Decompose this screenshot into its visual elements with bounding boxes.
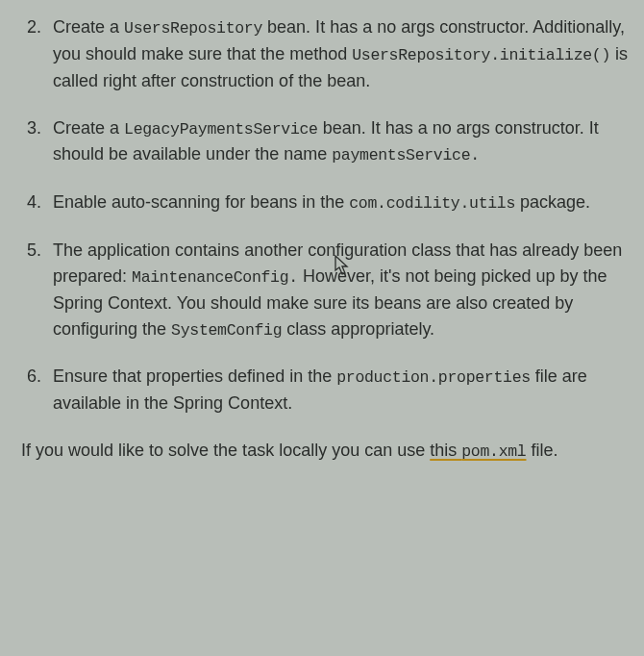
text: Ensure that properties defined in the xyxy=(53,366,336,386)
text: Enable auto-scanning for beans in the xyxy=(53,192,349,212)
code-token: SystemConfig xyxy=(171,321,282,340)
code-token: MaintenanceConfig. xyxy=(132,268,298,287)
code-token: pom.xml xyxy=(461,442,526,461)
footer-text: If you would like to solve the task loca… xyxy=(19,438,639,465)
list-item: The application contains another configu… xyxy=(19,238,639,343)
text: Create a xyxy=(53,118,124,138)
list-item: Create a UsersRepository bean. It has a … xyxy=(19,14,639,94)
text: file. xyxy=(526,441,557,460)
code-token: com.codility.utils xyxy=(349,194,515,213)
list-item: Ensure that properties defined in the pr… xyxy=(19,364,639,416)
code-token: paymentsService. xyxy=(332,146,480,164)
pom-link[interactable]: this pom.xml xyxy=(430,441,526,460)
text: class appropriately. xyxy=(282,319,434,339)
text: Create a xyxy=(53,17,124,37)
link-text: this xyxy=(430,441,461,460)
code-token: UsersRepository xyxy=(124,19,262,38)
code-token: UsersRepository.initialize() xyxy=(352,46,610,64)
list-item: Create a LegacyPaymentsService bean. It … xyxy=(19,115,639,169)
code-token: LegacyPaymentsService xyxy=(124,120,318,139)
instruction-list: Create a UsersRepository bean. It has a … xyxy=(19,14,639,416)
text: If you would like to solve the task loca… xyxy=(21,441,430,460)
text: package. xyxy=(515,192,590,212)
code-token: production.properties xyxy=(336,368,531,387)
list-item: Enable auto-scanning for beans in the co… xyxy=(19,189,639,216)
